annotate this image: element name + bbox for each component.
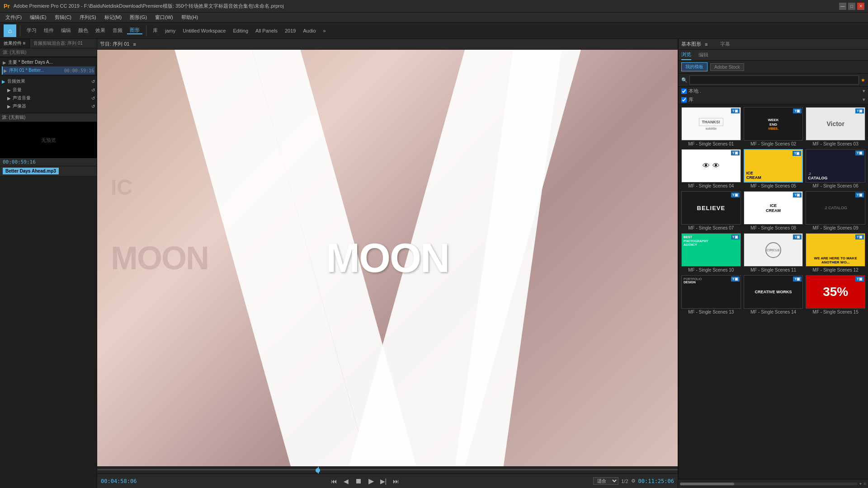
menu-graphics[interactable]: 图形(G) — [126, 13, 151, 22]
btn-stop[interactable]: ⏹ — [353, 476, 364, 486]
btn-play[interactable]: ▶ — [367, 476, 376, 486]
tab-more[interactable]: » — [321, 28, 329, 33]
volume-item[interactable]: ▶音量↺ — [7, 86, 95, 94]
audio-effects-header[interactable]: ▶ 音频效果 ↺ — [2, 77, 95, 86]
template-item-01[interactable]: THANKS! subtitle T▣ MF - Single Scenes 0… — [681, 107, 741, 146]
adobe-stock-btn[interactable]: Adobe Stock — [710, 63, 744, 71]
program-monitor: 节目: 序列 01 ≡ MOON IC MOON — [97, 39, 678, 488]
search-icon: 🔍 — [681, 77, 688, 83]
tab-audio-mixer[interactable]: 音频剪辑混合器: 序列 01 — [30, 39, 86, 48]
menu-sequence[interactable]: 序列(S) — [76, 13, 100, 22]
program-timecode-in[interactable]: 00:04:58:06 — [101, 478, 137, 484]
tab-effects[interactable]: 效果 — [93, 27, 108, 34]
fit-dropdown[interactable]: 适合 25% 50% 100% — [593, 477, 618, 485]
minimize-button[interactable]: — — [839, 3, 846, 10]
scrubber-handle[interactable] — [316, 468, 320, 473]
scroll-settings-icon[interactable]: ≡ — [863, 481, 866, 486]
right-panel-scrollbar[interactable]: ▾ ≡ — [678, 479, 868, 488]
template-item-03[interactable]: Victor T▣ MF - Single Scenes 03 — [806, 107, 865, 146]
menu-marker[interactable]: 标记(M) — [101, 13, 126, 22]
template-thumb-06: .2 CATALOG T▣ — [806, 149, 865, 183]
template-item-13[interactable]: PORTFOLIO DESIGN T▣ MF - Single Scenes 1… — [681, 275, 741, 314]
right-panel-menu[interactable]: ≡ — [705, 42, 708, 47]
home-button[interactable]: ⌂ — [4, 24, 16, 37]
template-item-10[interactable]: BEST PHOTOGRAPHY AGENCY T▣ MF - Single S… — [681, 233, 741, 272]
library-checkbox[interactable] — [681, 97, 687, 103]
btn-step-back[interactable]: ◀ — [342, 477, 350, 486]
badge-03: T▣ — [855, 108, 864, 113]
template-label-07: MF - Single Scenes 07 — [681, 225, 741, 230]
template-search-input[interactable] — [689, 75, 859, 84]
main-clip-item[interactable]: ▶ 主要 * Better Days A... — [2, 58, 95, 66]
tab-audio[interactable]: 音频 — [110, 27, 125, 34]
scroll-thumb-horizontal[interactable] — [680, 483, 734, 485]
panner-item[interactable]: ▶声像器↺ — [7, 102, 95, 110]
menu-clip[interactable]: 剪辑(C) — [51, 13, 75, 22]
template-item-06[interactable]: .2 CATALOG T▣ MF - Single Scenes 06 — [806, 149, 865, 188]
source-file-label[interactable]: Better Days Ahead.mp3 — [3, 168, 59, 174]
maximize-button[interactable]: □ — [848, 3, 855, 10]
program-scrubber[interactable] — [97, 466, 678, 474]
template-item-15[interactable]: 35% T▣ MF - Single Scenes 15 — [806, 275, 865, 314]
program-timecode-out[interactable]: 00:11:25:06 — [638, 478, 674, 484]
tab-learn[interactable]: 学习 — [24, 27, 39, 34]
tab-jamy[interactable]: jamy — [162, 28, 178, 33]
template-item-09[interactable]: .2 CATALOG T▣ MF - Single Scenes 09 — [806, 191, 865, 230]
template-item-14[interactable]: CREATIVE WORKS T▣ MF - Single Scenes 14 — [744, 275, 803, 314]
menu-bar: 文件(F) 编辑(E) 剪辑(C) 序列(S) 标记(M) 图形(G) 窗口(W… — [0, 13, 868, 23]
tab-all-panels[interactable]: All Panels — [253, 28, 280, 33]
tab-library[interactable]: 库 — [150, 27, 160, 34]
tab-subtitle[interactable]: 字幕 — [720, 41, 730, 47]
badge-10: T▣ — [731, 235, 740, 239]
close-button[interactable]: ✕ — [857, 3, 864, 10]
btn-step-fwd[interactable]: ▶| — [378, 477, 389, 486]
window-controls: — □ ✕ — [839, 3, 864, 10]
btn-to-out[interactable]: ⏭ — [391, 477, 401, 486]
template-item-02[interactable]: WEEK END VIBES. T▣ MF - Single Scenes 02 — [744, 107, 803, 146]
menu-window[interactable]: 窗口(W) — [151, 13, 177, 22]
safe-margins-icon[interactable]: ⚙ — [631, 478, 636, 484]
template-item-08[interactable]: ICE CREAM T▣ MF - Single Scenes 08 — [744, 191, 803, 230]
template-thumb-04: 👁 👁 T▣ — [681, 149, 741, 183]
scroll-expand-icon[interactable]: ▾ — [859, 481, 862, 486]
template-thumb-12: WE ARE HERE TO MAKE ANOTHER WO... T▣ — [806, 233, 865, 267]
template-thumb-02: WEEK END VIBES. T▣ — [744, 107, 803, 141]
sequence-clip-item[interactable]: ▶ 序列 01 * Better... 00:00:59:16 — [2, 66, 95, 75]
menu-help[interactable]: 帮助(H) — [178, 13, 202, 22]
program-title: 节目: 序列 01 — [100, 41, 129, 47]
tab-assembly[interactable]: 组件 — [41, 27, 57, 34]
template-item-12[interactable]: WE ARE HERE TO MAKE ANOTHER WO... T▣ MF … — [806, 233, 865, 272]
local-label: 本地 . — [689, 88, 701, 94]
tab-editing[interactable]: 编辑 — [58, 27, 74, 34]
template-item-07[interactable]: BELIEVE T▣ MF - Single Scenes 07 — [681, 191, 741, 230]
tab-edit-graphics[interactable]: 编辑 — [698, 50, 708, 60]
my-templates-btn[interactable]: 我的模板 — [681, 62, 708, 71]
tab-editing2[interactable]: Editing — [230, 28, 251, 33]
badge-14: T▣ — [793, 277, 802, 282]
tab-effect-controls[interactable]: 效果控件 ≡ — [0, 39, 30, 48]
template-label-05: MF - Single Scenes 05 — [744, 183, 803, 188]
menu-file[interactable]: 文件(F) — [2, 13, 25, 22]
library-expand[interactable]: ▾ — [863, 97, 865, 103]
template-item-05[interactable]: ICE CREAM T▣ MF - Single Scenes 05 — [744, 149, 803, 188]
source-timecode[interactable]: 00:00:59:16 — [3, 159, 36, 165]
template-thumb-01: THANKS! subtitle T▣ — [681, 107, 741, 141]
favorites-star-icon[interactable]: ★ — [861, 77, 865, 83]
tab-audio2[interactable]: Audio — [300, 28, 318, 33]
program-menu-icon[interactable]: ≡ — [133, 42, 136, 47]
local-expand[interactable]: ▾ — [863, 88, 865, 94]
template-item-04[interactable]: 👁 👁 T▣ MF - Single Scenes 04 — [681, 149, 741, 188]
template-item-11[interactable]: CIRCLE T▣ MF - Single Scenes 11 — [744, 233, 803, 272]
source-controls-bar: 00:00:59:16 — [0, 158, 97, 166]
badge-08: T▣ — [793, 192, 802, 197]
channel-volume-item[interactable]: ▶声道音量↺ — [7, 94, 95, 102]
tab-graphics[interactable]: 图形 — [127, 27, 142, 34]
tab-color[interactable]: 颜色 — [75, 27, 91, 34]
tab-2019[interactable]: 2019 — [282, 28, 298, 33]
local-checkbox[interactable] — [681, 89, 687, 94]
tab-browse[interactable]: 浏览 — [681, 50, 691, 60]
btn-to-in[interactable]: ⏮ — [329, 477, 339, 486]
tab-untitled-workspace[interactable]: Untitled Workspace — [180, 28, 228, 33]
reset-icon[interactable]: ↺ — [91, 79, 95, 84]
menu-edit[interactable]: 编辑(E) — [26, 13, 50, 22]
